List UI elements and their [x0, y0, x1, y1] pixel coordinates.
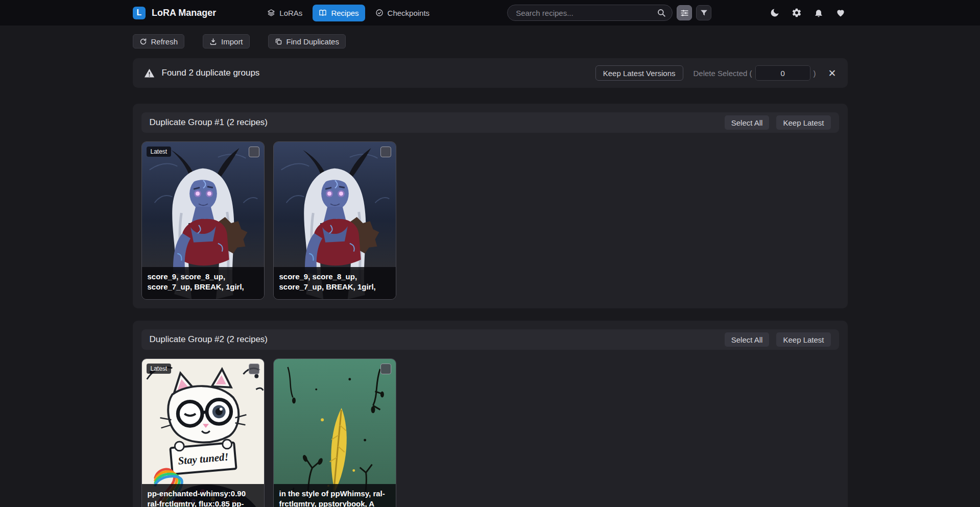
app-title: LoRA Manager: [152, 8, 216, 18]
navbar-right-icons: [768, 6, 847, 19]
banner-message: Found 2 duplicate groups: [162, 68, 260, 78]
funnel-icon: [700, 9, 708, 17]
filter-button[interactable]: [696, 5, 711, 20]
recipe-caption: score_9, score_8_up, score_7_up, BREAK, …: [274, 267, 396, 300]
keep-latest-button[interactable]: Keep Latest: [776, 332, 830, 347]
close-banner-button[interactable]: ✕: [828, 68, 836, 78]
tab-label: Checkpoints: [388, 9, 430, 17]
recipe-card[interactable]: Latest pp-enchanted-whimsy:0.90 ral-frct…: [141, 358, 265, 507]
search-icon[interactable]: [657, 8, 666, 17]
navbar: L LoRA Manager LoRAs Recipes Checkpoints: [0, 0, 980, 26]
theme-toggle-button[interactable]: [768, 6, 781, 19]
support-button[interactable]: [834, 6, 847, 19]
search-input[interactable]: [507, 5, 673, 21]
delete-selected-label: Delete Selected (: [694, 69, 752, 78]
warning-icon: [144, 68, 155, 79]
select-all-button[interactable]: Select All: [725, 115, 770, 130]
settings-button[interactable]: [790, 6, 803, 19]
gear-icon: [792, 8, 802, 18]
heart-icon: [835, 8, 846, 18]
recipe-card[interactable]: score_9, score_8_up, score_7_up, BREAK, …: [273, 141, 396, 300]
tab-recipes[interactable]: Recipes: [313, 5, 365, 21]
latest-badge: Latest: [147, 364, 172, 374]
sliders-icon: [680, 9, 689, 17]
close-icon: ✕: [828, 68, 836, 79]
tab-loras[interactable]: LoRAs: [261, 5, 308, 21]
import-button[interactable]: Import: [203, 34, 250, 49]
card-checkbox[interactable]: [380, 364, 391, 374]
group-header: Duplicate Group #1 (2 recipes) Select Al…: [141, 112, 839, 133]
tab-checkpoints[interactable]: Checkpoints: [369, 5, 436, 21]
duplicates-icon: [275, 38, 282, 45]
duplicates-banner: Found 2 duplicate groups Keep Latest Ver…: [133, 58, 848, 88]
toolbar: Refresh Import Find Duplicates: [133, 34, 848, 49]
select-all-button[interactable]: Select All: [725, 332, 770, 347]
recipe-card[interactable]: in the style of ppWhimsy, ral-frctlgmtry…: [273, 358, 396, 507]
find-duplicates-button[interactable]: Find Duplicates: [268, 34, 346, 49]
tab-label: Recipes: [331, 9, 358, 17]
card-list: Latest score_9, score_8_up, score_7_up, …: [141, 141, 839, 300]
keep-latest-versions-button[interactable]: Keep Latest Versions: [595, 65, 683, 81]
group-title: Duplicate Group #2 (2 recipes): [150, 334, 268, 345]
bell-icon: [814, 8, 824, 18]
app-logo-icon: L: [133, 7, 146, 19]
book-icon: [319, 9, 327, 17]
recipe-caption: pp-enchanted-whimsy:0.90 ral-frctlgmtry,…: [142, 484, 264, 507]
filter-settings-button[interactable]: [677, 5, 692, 20]
logo-letter: L: [137, 8, 142, 17]
keep-latest-button[interactable]: Keep Latest: [776, 115, 830, 130]
notifications-button[interactable]: [812, 6, 825, 19]
card-checkbox[interactable]: [249, 364, 259, 374]
refresh-button[interactable]: Refresh: [133, 34, 185, 49]
find-duplicates-label: Find Duplicates: [286, 37, 339, 46]
delete-count-input[interactable]: [755, 65, 810, 81]
card-list: Latest pp-enchanted-whimsy:0.90 ral-frct…: [141, 358, 839, 507]
main-content: Refresh Import Find Duplicates Found 2 d…: [133, 34, 848, 507]
duplicate-group-2: Duplicate Group #2 (2 recipes) Select Al…: [133, 321, 848, 507]
recipe-caption: in the style of ppWhimsy, ral-frctlgmtry…: [274, 484, 396, 507]
duplicate-group-1: Duplicate Group #1 (2 recipes) Select Al…: [133, 104, 848, 308]
moon-icon: [770, 8, 780, 18]
check-circle-icon: [375, 9, 384, 17]
card-checkbox[interactable]: [249, 147, 259, 157]
delete-selected-suffix: ): [814, 69, 816, 78]
import-icon: [209, 38, 217, 45]
group-header: Duplicate Group #2 (2 recipes) Select Al…: [141, 329, 839, 350]
banner-actions: Keep Latest Versions Delete Selected ( )…: [595, 65, 836, 81]
import-label: Import: [221, 37, 243, 46]
latest-badge: Latest: [147, 147, 172, 157]
group-actions: Select All Keep Latest: [725, 115, 831, 130]
tab-label: LoRAs: [279, 9, 302, 17]
nav-tabs: LoRAs Recipes Checkpoints: [261, 5, 436, 21]
refresh-label: Refresh: [151, 37, 178, 46]
group-title: Duplicate Group #1 (2 recipes): [150, 117, 268, 128]
recipe-card[interactable]: Latest score_9, score_8_up, score_7_up, …: [141, 141, 265, 300]
card-checkbox[interactable]: [380, 147, 391, 157]
refresh-icon: [139, 38, 147, 45]
search-box: [507, 5, 673, 21]
group-actions: Select All Keep Latest: [725, 332, 831, 347]
recipe-caption: score_9, score_8_up, score_7_up, BREAK, …: [142, 267, 264, 300]
layers-icon: [267, 9, 275, 17]
